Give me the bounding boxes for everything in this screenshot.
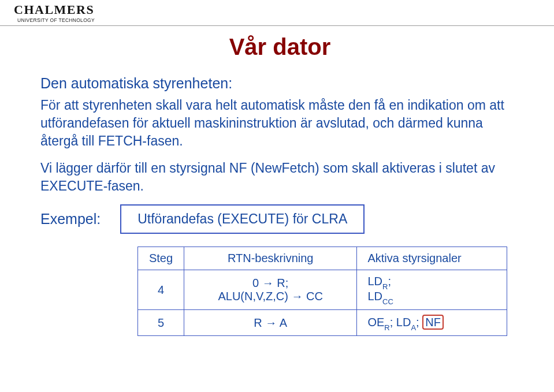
cell-signals: LDR;LDCC [357,270,507,310]
cell-rtn: R → A [184,310,356,336]
cell-step: 4 [138,270,184,310]
nf-highlight: NF [422,315,444,330]
header-bar: CHALMERS UNIVERSITY OF TECHNOLOGY [0,0,554,26]
table-row: 40 → R;ALU(N,V,Z,C) → CCLDR;LDCC [138,270,507,310]
th-step: Steg [138,247,184,270]
paragraph-1: För att styrenheten skall vara helt auto… [40,96,519,150]
example-row: Exempel: Utförandefas (EXECUTE) för CLRA [40,204,519,234]
rtn-table: Steg RTN-beskrivning Aktiva styrsignaler… [137,247,507,336]
logo-subtitle: UNIVERSITY OF TECHNOLOGY [17,17,540,23]
example-label: Exempel: [40,211,101,227]
paragraph-2: Vi lägger därför till en styrsignal NF (… [40,159,519,195]
example-caption-box: Utförandefas (EXECUTE) för CLRA [120,204,365,234]
logo-main: CHALMERS [14,3,540,16]
cell-rtn: 0 → R;ALU(N,V,Z,C) → CC [184,270,356,310]
cell-step: 5 [138,310,184,336]
section-subtitle: Den automatiska styrenheten: [40,75,519,92]
th-signals: Aktiva styrsignaler [357,247,507,270]
slide-content: Vår dator Den automatiska styrenheten: F… [0,26,554,336]
cell-signals: OER; LDA; NF [357,310,507,336]
table-row: 5R → AOER; LDA; NF [138,310,507,336]
th-rtn: RTN-beskrivning [184,247,356,270]
page-title: Vår dator [40,34,519,60]
